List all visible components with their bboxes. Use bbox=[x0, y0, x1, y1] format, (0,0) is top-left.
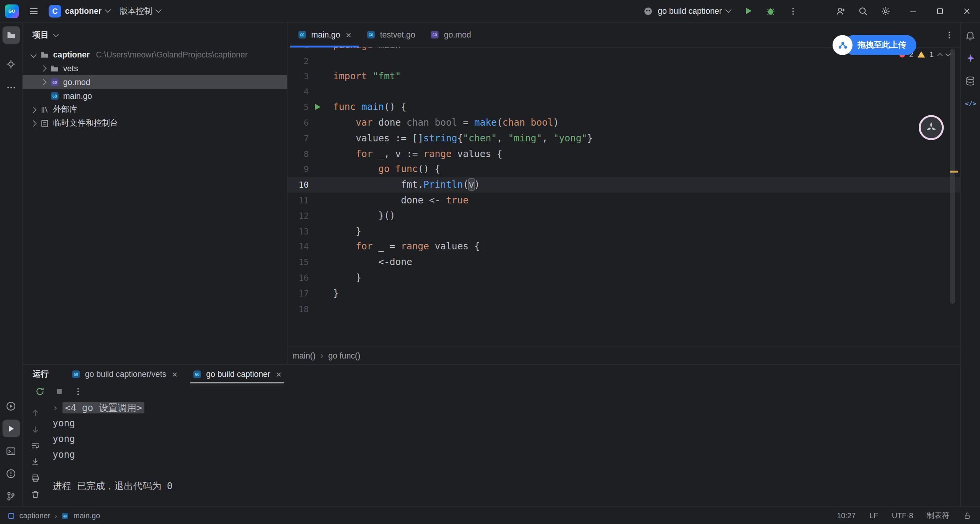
problems-toolwindow-icon[interactable] bbox=[2, 465, 20, 482]
run-gutter-icon[interactable] bbox=[309, 100, 333, 115]
rerun-icon[interactable] bbox=[35, 386, 45, 396]
print-icon[interactable] bbox=[29, 472, 41, 484]
code-token: done <- bbox=[333, 195, 446, 206]
breadcrumb-item[interactable]: go func() bbox=[328, 350, 360, 360]
run-panel-title[interactable]: 运行 bbox=[33, 365, 49, 383]
next-problem-icon[interactable] bbox=[946, 51, 951, 56]
lock-icon[interactable] bbox=[963, 512, 971, 520]
code-line-14[interactable]: 14 for _ = range values { bbox=[287, 239, 960, 254]
error-stripe-mark[interactable] bbox=[950, 171, 958, 173]
soft-wrap-icon[interactable] bbox=[29, 439, 41, 452]
chevron-right-icon[interactable] bbox=[40, 65, 46, 71]
run-configuration-selector[interactable]: go build captioner bbox=[644, 6, 731, 16]
more-toolwindows-icon[interactable] bbox=[2, 79, 20, 97]
services-toolwindow-icon[interactable] bbox=[2, 397, 20, 415]
run-tabs: GOgo build captioner/vets×GOgo build cap… bbox=[64, 365, 289, 383]
code-line-3[interactable]: 3import "fmt" bbox=[287, 69, 960, 84]
project-selector[interactable]: C captioner bbox=[49, 5, 109, 17]
vcs-widget[interactable]: 版本控制 bbox=[120, 5, 160, 16]
editor-tab-main.go[interactable]: GOmain.go× bbox=[290, 23, 359, 47]
chevron-right-icon[interactable] bbox=[40, 79, 46, 85]
code-line-5[interactable]: 5func main() { bbox=[287, 100, 960, 115]
prev-occurrence-icon[interactable] bbox=[29, 406, 41, 419]
tree-item-临时文件和控制台[interactable]: 临时文件和控制台 bbox=[23, 116, 287, 130]
prev-problem-icon[interactable] bbox=[938, 53, 943, 58]
next-occurrence-icon[interactable] bbox=[29, 423, 41, 436]
project-panel: 项目 captionerC:\Users\meowr\GolandProject… bbox=[23, 23, 287, 364]
fold-expand-icon[interactable]: › bbox=[52, 402, 58, 413]
code-area[interactable]: 1package main23import "fmt"45func main()… bbox=[287, 47, 960, 346]
console-output[interactable]: ›<4 go 设置调用>yongyongyong进程 已完成，退出代码为 0 bbox=[47, 399, 960, 507]
run-tab-go build captioner[interactable]: GOgo build captioner× bbox=[185, 365, 289, 383]
run-button[interactable] bbox=[739, 2, 757, 20]
endpoints-toolwindow-icon[interactable]: </> bbox=[962, 95, 979, 112]
code-line-15[interactable]: 15 <-done bbox=[287, 255, 960, 270]
tree-item-main.go[interactable]: GOmain.go bbox=[23, 89, 287, 103]
code-line-8[interactable]: 8 for _, v := range values { bbox=[287, 146, 960, 161]
editor-options-icon[interactable] bbox=[945, 30, 954, 39]
more-actions-icon[interactable] bbox=[784, 2, 802, 20]
commit-toolwindow-icon[interactable] bbox=[2, 55, 20, 73]
breadcrumb-item[interactable]: main() bbox=[292, 350, 315, 360]
stdout-text: yong bbox=[52, 449, 75, 460]
code-line-18[interactable]: 18 bbox=[287, 301, 960, 316]
editor-tab-go.mod[interactable]: GOgo.mod bbox=[423, 23, 479, 47]
close-icon[interactable]: × bbox=[276, 369, 281, 378]
code-line-13[interactable]: 13 } bbox=[287, 224, 960, 239]
code-with-me-icon[interactable] bbox=[832, 2, 849, 20]
chevron-down-icon[interactable] bbox=[30, 51, 36, 57]
status-file[interactable]: main.go bbox=[74, 511, 100, 520]
folded-command[interactable]: <4 go 设置调用> bbox=[62, 402, 144, 413]
stop-icon[interactable] bbox=[55, 387, 64, 396]
status-project[interactable]: captioner bbox=[20, 511, 51, 520]
code-line-2[interactable]: 2 bbox=[287, 53, 960, 68]
close-icon[interactable]: × bbox=[346, 30, 351, 39]
settings-gear-icon[interactable] bbox=[877, 2, 895, 20]
run-tab-go build captioner/vets[interactable]: GOgo build captioner/vets× bbox=[64, 365, 185, 383]
notifications-bell-icon[interactable] bbox=[962, 27, 979, 44]
project-toolwindow-icon[interactable] bbox=[2, 26, 20, 44]
close-icon[interactable]: × bbox=[172, 369, 177, 378]
terminal-toolwindow-icon[interactable] bbox=[2, 442, 20, 460]
chevron-right-icon[interactable] bbox=[30, 106, 36, 113]
console-folded-line[interactable]: ›<4 go 设置调用> bbox=[52, 400, 960, 416]
code-line-17[interactable]: 17} bbox=[287, 286, 960, 301]
code-line-7[interactable]: 7 values := []string{"chen", "ming", "yo… bbox=[287, 131, 960, 146]
status-indent[interactable]: 制表符 bbox=[927, 510, 949, 521]
maximize-button[interactable] bbox=[926, 0, 953, 22]
scroll-to-end-icon[interactable] bbox=[29, 455, 41, 468]
tree-item-go.mod[interactable]: GOgo.mod bbox=[23, 75, 287, 89]
tree-item-captioner[interactable]: captionerC:\Users\meowr\GolandProjects\c… bbox=[23, 47, 287, 61]
code-line-4[interactable]: 4 bbox=[287, 84, 960, 99]
code-line-12[interactable]: 12 }() bbox=[287, 208, 960, 223]
project-panel-header[interactable]: 项目 bbox=[23, 23, 287, 47]
close-window-button[interactable] bbox=[953, 0, 980, 22]
tree-item-vets[interactable]: vets bbox=[23, 61, 287, 75]
status-line-separator[interactable]: LF bbox=[869, 511, 878, 520]
code-line-10[interactable]: 10 fmt.Println(v) bbox=[287, 177, 960, 192]
run-more-options-icon[interactable] bbox=[74, 387, 83, 396]
breadcrumb-separator-icon: › bbox=[320, 350, 323, 360]
editor-tab-testvet.go[interactable]: GOtestvet.go bbox=[359, 23, 423, 47]
editor-scrollbar[interactable] bbox=[950, 49, 955, 304]
upload-overlay[interactable]: 拖拽至此上传 bbox=[833, 35, 916, 55]
ai-assistant-icon[interactable] bbox=[962, 49, 979, 67]
minimize-button[interactable] bbox=[899, 0, 926, 22]
clear-console-icon[interactable] bbox=[29, 488, 41, 500]
console-stdout-line: yong bbox=[52, 432, 960, 447]
database-toolwindow-icon[interactable] bbox=[962, 72, 979, 90]
code-line-16[interactable]: 16 } bbox=[287, 270, 960, 285]
debug-button[interactable] bbox=[762, 2, 779, 20]
code-line-9[interactable]: 9 go func() { bbox=[287, 162, 960, 177]
code-line-11[interactable]: 11 done <- true bbox=[287, 193, 960, 208]
status-encoding[interactable]: UTF-8 bbox=[892, 511, 913, 520]
code-line-6[interactable]: 6 var done chan bool = make(chan bool) bbox=[287, 115, 960, 130]
chevron-right-icon[interactable] bbox=[30, 120, 36, 126]
tree-item-外部库[interactable]: 外部库 bbox=[23, 103, 287, 116]
floating-assistant-button[interactable] bbox=[919, 115, 944, 140]
search-icon[interactable] bbox=[854, 2, 872, 20]
git-toolwindow-icon[interactable] bbox=[2, 487, 20, 505]
run-toolwindow-icon[interactable] bbox=[2, 420, 20, 437]
main-menu-icon[interactable] bbox=[29, 6, 39, 16]
console-stdout-line: yong bbox=[52, 447, 960, 463]
